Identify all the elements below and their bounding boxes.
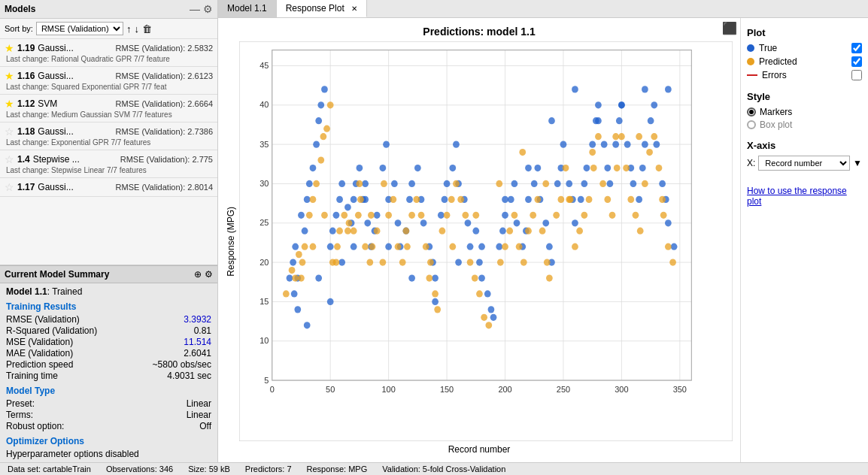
- svg-point-192: [404, 244, 411, 250]
- model-list-item-3[interactable]: ☆1.18Gaussi...RMSE (Validation): 2.7386L…: [0, 123, 217, 150]
- tab-response-plot[interactable]: Response Plot ✕: [277, 0, 367, 17]
- metric-value-4: ~5800 obs/sec: [153, 359, 211, 370]
- markers-radio[interactable]: [747, 107, 756, 116]
- svg-point-259: [449, 244, 456, 250]
- settings-icon[interactable]: ⚙: [203, 3, 213, 15]
- svg-point-92: [478, 274, 485, 281]
- errors-checkbox[interactable]: [851, 70, 862, 80]
- svg-point-188: [385, 212, 392, 219]
- model-name-2: SVM: [38, 98, 112, 109]
- model-star-2: ★: [5, 98, 14, 110]
- svg-point-208: [476, 290, 483, 297]
- svg-point-180: [351, 228, 357, 234]
- model-name-4: Stepwise ...: [33, 154, 117, 165]
- delete-icon[interactable]: 🗑: [142, 23, 152, 35]
- model-list-item-0[interactable]: ★1.19Gaussi...RMSE (Validation): 2.5832L…: [0, 39, 217, 67]
- model-star-1: ★: [5, 70, 14, 82]
- svg-point-39: [292, 244, 299, 250]
- right-panel: Model 1.1 Response Plot ✕ ⬛ Predictions:…: [218, 0, 868, 462]
- style-section-title: Style: [747, 91, 862, 102]
- model-star-0: ★: [5, 42, 14, 54]
- minimize-icon[interactable]: —: [190, 3, 200, 15]
- predicted-dot-icon: [747, 58, 754, 65]
- true-checkbox[interactable]: [851, 43, 862, 53]
- svg-point-265: [589, 149, 596, 156]
- svg-point-80: [432, 274, 439, 281]
- model-type-label-1: Terms:: [6, 410, 33, 420]
- svg-point-51: [329, 228, 336, 234]
- svg-point-187: [381, 180, 387, 187]
- model-list-item-5[interactable]: ☆1.17Gaussi...RMSE (Validation): 2.8014: [0, 178, 217, 197]
- svg-point-172: [320, 133, 327, 140]
- svg-point-125: [607, 180, 614, 187]
- svg-point-46: [313, 141, 320, 148]
- svg-point-52: [333, 212, 340, 219]
- tab-close-icon[interactable]: ✕: [351, 5, 357, 13]
- svg-point-82: [442, 196, 448, 203]
- svg-point-84: [449, 165, 456, 171]
- svg-point-98: [502, 212, 508, 219]
- svg-point-132: [636, 196, 642, 203]
- svg-point-232: [595, 133, 602, 140]
- svg-point-67: [383, 141, 390, 148]
- export-icon[interactable]: ⬛: [722, 21, 737, 35]
- svg-point-213: [506, 228, 513, 234]
- current-model-section: Current Model Summary ⊕ ⚙ Model 1.1: Tra…: [0, 265, 217, 462]
- model-list-item-1[interactable]: ★1.16Gaussi...RMSE (Validation): 2.6123L…: [0, 67, 217, 95]
- true-legend-item: True: [747, 43, 862, 53]
- svg-point-183: [362, 244, 369, 250]
- xaxis-select[interactable]: Record number: [758, 156, 850, 171]
- svg-point-169: [310, 196, 317, 203]
- svg-point-54: [338, 180, 345, 187]
- model-type-value-2: Off: [199, 421, 211, 431]
- svg-text:30: 30: [259, 179, 269, 188]
- svg-point-247: [665, 244, 672, 250]
- svg-text:200: 200: [498, 385, 511, 394]
- current-model-settings-icon[interactable]: ⚙: [205, 269, 213, 280]
- svg-point-48: [317, 101, 324, 108]
- svg-point-155: [525, 165, 532, 171]
- metric-value-1: 0.81: [194, 325, 211, 336]
- svg-point-231: [590, 165, 597, 171]
- svg-point-38: [291, 290, 298, 297]
- tab-model[interactable]: Model 1.1: [218, 0, 277, 17]
- svg-point-193: [408, 212, 415, 219]
- status-validation: Validation: 5-fold Cross-Validation: [382, 464, 505, 473]
- howto-link[interactable]: How to use the response plot: [747, 186, 862, 207]
- svg-point-204: [457, 196, 464, 203]
- svg-point-140: [665, 219, 672, 226]
- metric-value-0: 3.3932: [184, 314, 211, 325]
- svg-point-74: [408, 180, 415, 187]
- svg-point-158: [595, 117, 602, 124]
- svg-point-201: [444, 212, 451, 219]
- true-dot-icon: [747, 44, 754, 52]
- svg-point-251: [321, 212, 328, 219]
- model-lastchange-4: Last change: Stepwise Linear 7/7 feature…: [5, 166, 213, 174]
- current-model-expand-icon[interactable]: ⊕: [194, 269, 202, 280]
- sortby-select[interactable]: RMSE (Validation): [36, 22, 123, 35]
- svg-point-104: [525, 196, 532, 203]
- svg-point-118: [581, 180, 587, 187]
- svg-point-238: [623, 165, 630, 171]
- sort-asc-icon[interactable]: ↑: [126, 23, 132, 35]
- model-type-title: Model Type: [6, 386, 211, 396]
- svg-point-49: [321, 86, 328, 92]
- metric-value-3: 2.6041: [184, 348, 211, 359]
- svg-point-254: [357, 180, 363, 187]
- xaxis-x-label: X:: [747, 158, 755, 168]
- svg-point-190: [395, 244, 402, 250]
- model-lastchange-2: Last change: Medium Gaussian SVM 7/7 fea…: [5, 110, 213, 119]
- boxplot-radio[interactable]: [747, 120, 756, 129]
- models-list[interactable]: ★1.19Gaussi...RMSE (Validation): 2.5832L…: [0, 39, 217, 265]
- svg-point-94: [488, 306, 495, 313]
- predicted-checkbox[interactable]: [851, 56, 862, 67]
- metric-label-5: Training time: [6, 371, 58, 381]
- sort-desc-icon[interactable]: ↓: [134, 23, 139, 35]
- model-list-item-4[interactable]: ☆1.4Stepwise ...RMSE (Validation): 2.775…: [0, 150, 217, 178]
- model-rank-5: 1.17: [17, 182, 35, 192]
- right-controls: Plot True Predicted Errors: [740, 18, 868, 462]
- model-list-item-2[interactable]: ★1.12SVMRMSE (Validation): 2.6664Last ch…: [0, 95, 217, 123]
- svg-point-41: [298, 212, 305, 219]
- training-results-title: Training Results: [6, 301, 211, 312]
- errors-line-icon: [747, 74, 757, 76]
